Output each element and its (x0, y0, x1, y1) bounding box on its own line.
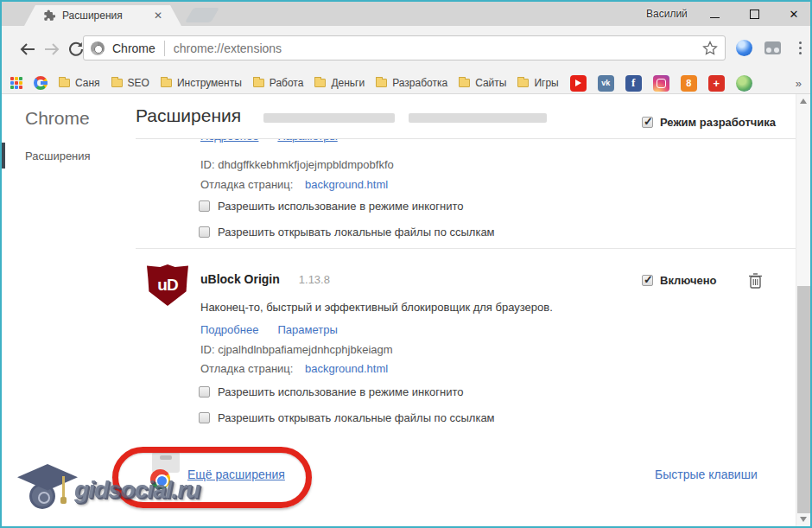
watermark-text: gidsocial.ru (74, 476, 200, 504)
extension-description: Наконец-то, быстрый и эффективный блокир… (200, 301, 553, 314)
extension-version: 1.13.8 (299, 273, 330, 286)
trash-icon[interactable] (748, 272, 763, 289)
enabled-row: Включено (642, 274, 717, 287)
folder-icon (517, 79, 529, 87)
developer-mode-label: Режим разработчика (660, 116, 776, 129)
file-access-checkbox[interactable] (199, 226, 210, 238)
omnibox-divider (164, 41, 165, 56)
options-link[interactable]: Параметры (277, 323, 337, 336)
browser-toolbar: Chrome chrome://extensions (2, 26, 810, 73)
google-bookmark-icon[interactable] (34, 76, 48, 90)
page-header: Расширения Режим разработчика (136, 94, 796, 139)
folder-icon (161, 79, 172, 87)
background-page-link[interactable]: background.html (305, 362, 388, 375)
ghost-text-artifact (409, 113, 547, 123)
bookmark-folder-tools[interactable]: Инструменты (161, 77, 242, 89)
bookmark-star-icon[interactable] (702, 41, 718, 56)
folder-icon (111, 79, 123, 87)
maximize-button[interactable] (743, 7, 765, 21)
file-access-row: Разрешить открывать локальные файлы по с… (199, 411, 495, 424)
page-title: Расширения (136, 105, 241, 126)
profile-name[interactable]: Василий (646, 8, 688, 20)
incognito-checkbox[interactable] (199, 386, 210, 398)
bookmark-folder-games[interactable]: Игры (517, 77, 558, 89)
enabled-label: Включено (660, 274, 717, 287)
folder-icon (376, 79, 387, 87)
bookmark-folder-money[interactable]: Деньги (314, 77, 365, 89)
maximize-icon (750, 10, 759, 19)
bookmark-folder-sites[interactable]: Сайты (459, 77, 506, 89)
url-text[interactable]: chrome://extensions (174, 41, 702, 55)
browser-window: Расширения ✕ Василий ✕ Chrome chrome://e… (0, 0, 812, 528)
scrollbar-thumb[interactable] (797, 286, 810, 513)
folder-icon (459, 79, 470, 87)
extension-title-row: uBlock Origin 1.13.8 (200, 272, 330, 286)
bookmark-folder-seo[interactable]: SEO (111, 77, 149, 89)
folder-icon (59, 79, 70, 87)
youtube-icon[interactable] (570, 75, 587, 92)
close-icon: ✕ (790, 9, 799, 20)
puzzle-icon (43, 10, 55, 22)
file-access-checkbox[interactable] (199, 412, 210, 423)
bookmarks-bar: Саня SEO Инструменты Работа Деньги Разра… (2, 73, 810, 94)
vk-icon[interactable]: vk (598, 75, 614, 92)
incognito-row: Разрешить использование в режиме инкогни… (199, 200, 464, 213)
minimize-icon (710, 17, 720, 18)
incognito-row: Разрешить использование в режиме инкогни… (199, 385, 464, 398)
site-name: Chrome (112, 41, 155, 55)
extension-button-gray[interactable] (761, 36, 783, 59)
extension-links-row: Подробнее Параметры (200, 323, 338, 336)
bookmark-folder-dev[interactable]: Разработка (376, 77, 447, 89)
file-access-row: Разрешить открывать локальные файлы по с… (199, 226, 495, 239)
menu-button[interactable] (789, 36, 811, 59)
tab-close-icon[interactable]: ✕ (154, 10, 162, 21)
red-plus-icon[interactable]: + (708, 75, 725, 92)
details-link[interactable]: Подробнее (200, 323, 258, 336)
incognito-checkbox[interactable] (199, 200, 210, 212)
facebook-icon[interactable]: f (625, 75, 642, 92)
keyboard-shortcuts-link[interactable]: Быстрые клавиши (655, 468, 758, 481)
ghost-text-artifact (263, 113, 395, 123)
extension-id: ID: cjpalhdlnbpafiamejdnhcphjbkeiagm (200, 343, 393, 356)
minimize-button[interactable] (703, 7, 726, 21)
scroll-down-icon[interactable] (800, 517, 807, 522)
title-bar: Расширения ✕ Василий ✕ (2, 2, 810, 26)
browser-tab[interactable]: Расширения ✕ (24, 5, 181, 26)
row-divider (136, 248, 796, 249)
forward-icon (44, 42, 60, 56)
developer-mode-checkbox[interactable] (642, 117, 653, 128)
bookmark-folder-work[interactable]: Работа (253, 77, 304, 89)
instagram-icon[interactable] (653, 75, 669, 92)
debug-row: Отладка страниц: background.html (200, 362, 388, 375)
enabled-checkbox[interactable] (642, 275, 653, 286)
developer-mode-row: Режим разработчика (642, 116, 776, 129)
background-page-link[interactable]: background.html (305, 178, 388, 191)
extension-name: uBlock Origin (200, 272, 280, 286)
bookmark-folder-sanya[interactable]: Саня (59, 77, 100, 89)
chrome-logo-icon (91, 41, 105, 55)
debug-row: Отладка страниц: background.html (200, 178, 388, 191)
extensions-page: Подробнее Параметры ID: dhdgffkkebhmkfjo… (2, 94, 810, 526)
bookmarks-overflow-chevron[interactable]: » (796, 77, 802, 90)
page-scrollbar[interactable] (796, 94, 810, 526)
ublock-origin-icon: uD (147, 264, 188, 306)
tab-title: Расширения (62, 10, 154, 22)
apps-grid-icon[interactable] (10, 77, 22, 89)
three-dots-icon (799, 41, 802, 54)
back-button[interactable] (15, 36, 41, 62)
scroll-up-icon[interactable] (800, 99, 807, 104)
forward-button[interactable] (39, 36, 65, 62)
gray-gadget-icon (764, 41, 781, 54)
extension-button-blue[interactable] (733, 36, 755, 59)
blue-orb-icon (736, 40, 752, 56)
folder-icon (314, 79, 326, 87)
back-icon (20, 42, 35, 56)
close-button[interactable]: ✕ (783, 7, 805, 21)
address-bar[interactable]: Chrome chrome://extensions (83, 35, 726, 60)
refresh-icon (68, 41, 84, 57)
green-orb-icon[interactable] (736, 75, 752, 92)
new-tab-button[interactable] (185, 8, 219, 22)
folder-icon (253, 79, 264, 87)
odnoklassniki-icon[interactable]: 8 (681, 75, 697, 92)
extension-id: ID: dhdgffkkebhmkfjojejmpbldmpobfkfo (200, 158, 394, 171)
